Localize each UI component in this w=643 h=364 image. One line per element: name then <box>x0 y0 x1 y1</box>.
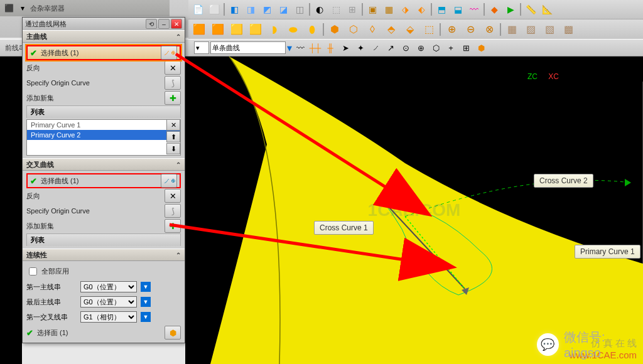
callout-cross-curve-1[interactable]: Cross Curve 1 <box>314 221 374 235</box>
list-item[interactable]: Primary Curve 1 <box>27 120 180 130</box>
pin-button[interactable]: ⟲ <box>146 19 157 29</box>
snap-icon[interactable]: ✦ <box>354 41 367 54</box>
curve-solid-icon[interactable]: ◗ <box>266 21 283 38</box>
continuity-header[interactable]: 连续性⌃ <box>23 249 185 261</box>
tool-icon[interactable]: ⬜ <box>207 3 221 16</box>
dialog-titlebar[interactable]: 通过曲线网格 ⟲ – ✕ <box>23 18 185 30</box>
snap-icon[interactable]: ⊕ <box>414 41 428 54</box>
select-primary-curve-row[interactable]: ✔ 选择曲线 (1) ⟋◉ <box>26 45 181 60</box>
minimize-button[interactable]: – <box>158 19 170 29</box>
select-cross-curve-row[interactable]: ✔ 选择曲线 (1) ⟋◉ <box>26 173 181 188</box>
snap-icon[interactable]: ⊙ <box>399 41 413 54</box>
snap-icon[interactable]: ⟋ <box>369 41 382 54</box>
mesh-icon[interactable]: ▨ <box>522 21 539 38</box>
add-new-set-cross-row[interactable]: 添加新集 ✚ <box>26 218 181 233</box>
add-set-icon[interactable]: ✚ <box>165 91 181 105</box>
mesh-icon[interactable]: ▦ <box>504 21 520 38</box>
axis-z-label: ZC <box>527 72 538 81</box>
first-cross-select[interactable]: G1（相切） <box>80 311 137 323</box>
solid-icon[interactable]: 🟧 <box>210 21 226 38</box>
measure-icon[interactable]: 📐 <box>540 3 554 16</box>
feature-icon[interactable]: ⬗ <box>398 3 412 16</box>
analysis-icon[interactable]: ▶ <box>504 3 517 16</box>
analysis-icon[interactable]: ◆ <box>487 3 501 16</box>
reverse-primary-row[interactable]: 反向 ✕ <box>26 60 181 75</box>
snap-icon[interactable]: ⊞ <box>459 41 473 54</box>
surface-icon[interactable]: ⬢ <box>327 21 343 38</box>
selection-rule-dropdown[interactable] <box>210 41 286 54</box>
move-up-button[interactable]: ⬆ <box>166 131 180 142</box>
add-set-icon[interactable]: ✚ <box>165 219 181 233</box>
last-primary-select[interactable]: G0（位置） <box>80 296 137 308</box>
select-curve-button[interactable]: ⟋◉ <box>161 46 177 60</box>
mesh-icon[interactable]: ▩ <box>560 21 576 38</box>
callout-cross-curve-2[interactable]: Cross Curve 2 <box>534 174 593 188</box>
wire-icon[interactable]: ⊞ <box>345 3 359 16</box>
dropdown-caret-icon[interactable]: ▼ <box>141 282 151 292</box>
dropdown-caret-icon[interactable]: ▼ <box>141 297 151 307</box>
callout-primary-curve-1[interactable]: Primary Curve 1 <box>575 245 640 259</box>
apply-all-checkbox[interactable] <box>29 267 37 276</box>
snap-icon[interactable]: ⬢ <box>474 41 488 54</box>
filter-icon[interactable]: ┼┼ <box>308 41 322 54</box>
feature-op-icon[interactable]: ⊕ <box>443 21 460 38</box>
menu-icon[interactable]: ▾ <box>16 2 29 14</box>
graphics-viewport[interactable]: ZC XC 1CAE.COM Cross Curve 1 Cross Curve… <box>185 56 643 364</box>
tool-icon[interactable]: 📄 <box>191 3 205 16</box>
close-button[interactable]: ✕ <box>171 19 182 29</box>
add-new-set-primary-row[interactable]: 添加新集 ✚ <box>26 90 181 105</box>
view-cube-icon[interactable]: ◩ <box>260 3 274 16</box>
remove-item-button[interactable]: ✕ <box>166 119 180 131</box>
surface-icon[interactable]: ⬡ <box>345 21 362 38</box>
measure-icon[interactable]: 📏 <box>524 3 538 16</box>
reverse-cross-row[interactable]: 反向 ✕ <box>26 188 181 203</box>
solid-icon[interactable]: 🟧 <box>191 21 207 38</box>
curve-icon[interactable]: 〰 <box>467 3 481 16</box>
reverse-icon[interactable]: ✕ <box>165 61 181 75</box>
select-face-row[interactable]: ✔ 选择面 (1) ⬢ <box>26 325 181 340</box>
view-cube-icon[interactable]: ◫ <box>293 3 306 16</box>
curve-solid-icon[interactable]: ⬮ <box>304 21 320 38</box>
cross-curves-header[interactable]: 交叉曲线⌃ <box>23 158 185 171</box>
primary-curves-header[interactable]: 主曲线⌃ <box>23 30 185 43</box>
surface-icon[interactable]: ⬘ <box>383 21 399 38</box>
feature-icon[interactable]: ▣ <box>365 3 379 16</box>
primary-list[interactable]: Primary Curve 1 Primary Curve 2 ✕ ⬆ ⬇ <box>26 119 181 156</box>
reverse-icon[interactable]: ✕ <box>165 189 181 203</box>
view-cube-icon[interactable]: ◧ <box>227 3 241 16</box>
filter-icon[interactable]: ╫ <box>323 41 337 54</box>
view-cube-icon[interactable]: ◪ <box>276 3 290 16</box>
layer-icon[interactable]: ⬓ <box>451 3 465 16</box>
move-down-button[interactable]: ⬇ <box>166 143 180 154</box>
snap-icon[interactable]: ⬡ <box>429 41 443 54</box>
select-curve-button[interactable]: ⟋◉ <box>161 174 177 188</box>
list-item[interactable]: Primary Curve 2 <box>27 130 180 140</box>
snap-icon[interactable]: ↗ <box>384 41 397 54</box>
feature-icon[interactable]: ⬖ <box>414 3 428 16</box>
select-face-button[interactable]: ⬢ <box>165 326 181 340</box>
layer-icon[interactable]: ⬒ <box>435 3 448 16</box>
wire-icon[interactable]: ⬚ <box>329 3 343 16</box>
surface-icon[interactable]: ⬙ <box>402 21 418 38</box>
solid-icon[interactable]: 🟨 <box>229 21 245 38</box>
first-primary-select[interactable]: G0（位置） <box>80 281 137 292</box>
wechat-text: 微信号: aingso <box>564 329 643 360</box>
app-icon: ⬛ <box>3 2 15 14</box>
feature-op-icon[interactable]: ⊗ <box>481 21 497 38</box>
snap-icon[interactable]: + <box>444 41 458 54</box>
feature-icon[interactable]: ▦ <box>382 3 396 16</box>
view-cube-icon[interactable]: ◨ <box>244 3 257 16</box>
surface-icon[interactable]: ⬚ <box>421 21 437 38</box>
feature-op-icon[interactable]: ⊖ <box>462 21 478 38</box>
solid-icon[interactable]: 🟨 <box>247 21 264 38</box>
curve-solid-icon[interactable]: ⬬ <box>285 21 301 38</box>
left-resource-bar <box>0 56 22 364</box>
dropdown-caret-icon[interactable]: ▼ <box>141 312 151 322</box>
mesh-icon[interactable]: ▧ <box>541 21 558 38</box>
apply-all-row[interactable]: 全部应用 <box>26 264 181 279</box>
filter-icon[interactable]: ➤ <box>338 41 352 54</box>
filter-icon[interactable]: 〰 <box>293 41 307 54</box>
selection-dropdown[interactable] <box>194 41 209 54</box>
shade-icon[interactable]: ◐ <box>313 3 327 16</box>
surface-icon[interactable]: ◊ <box>364 21 381 38</box>
